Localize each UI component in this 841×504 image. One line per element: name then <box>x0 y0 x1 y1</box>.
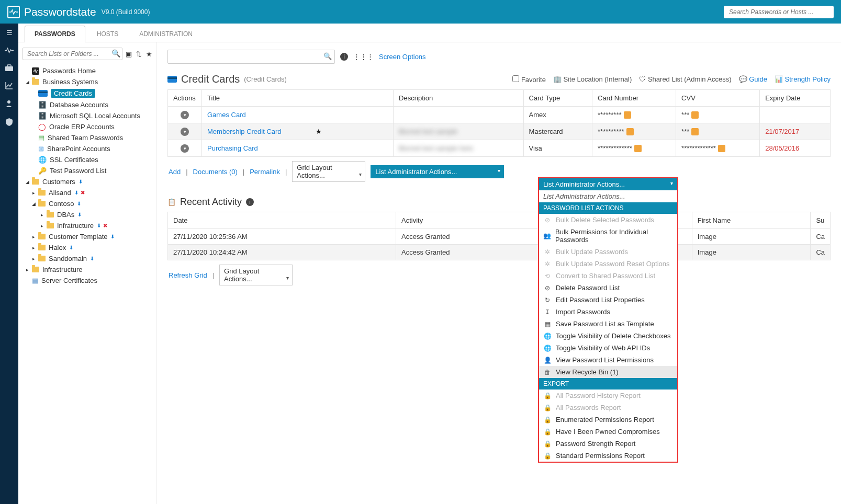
sort-icon[interactable]: ⇅ <box>136 50 142 58</box>
activity-icon[interactable] <box>5 46 14 55</box>
dd-strength-report[interactable]: 🔒Password Strength Report <box>539 438 677 450</box>
caret-right-icon[interactable]: ▸ <box>39 212 44 217</box>
col-actions[interactable]: Actions <box>168 90 202 107</box>
dd-convert-shared[interactable]: ⟲Convert to Shared Password List <box>539 270 677 282</box>
favorite-star-icon[interactable]: ★ <box>146 50 152 58</box>
grid-layout-select[interactable]: Grid Layout Actions... <box>292 161 365 182</box>
col-cvv[interactable]: CVV <box>676 90 760 107</box>
caret-right-icon[interactable]: ▸ <box>25 267 30 272</box>
dd-enumerated-permissions[interactable]: 🔒Enumerated Permissions Report <box>539 414 677 426</box>
dd-toggle-delete-cb[interactable]: 🌐Toggle Visibility of Delete Checkboxes <box>539 330 677 342</box>
toolbox-icon[interactable] <box>5 64 14 72</box>
dd-bulk-update-reset[interactable]: ✲Bulk Update Password Reset Options <box>539 258 677 270</box>
col-description[interactable]: Description <box>394 90 523 107</box>
tree-business-systems[interactable]: ◢Business Systems <box>23 76 152 87</box>
search-icon[interactable]: 🔍 <box>111 49 120 58</box>
col-first-name[interactable]: First Name <box>692 212 811 229</box>
user-icon[interactable] <box>5 99 14 108</box>
dd-delete-list[interactable]: ⊘Delete Password List <box>539 282 677 294</box>
filter-icon[interactable]: ▣ <box>126 50 132 58</box>
dd-edit-properties[interactable]: ↻Edit Password List Properties <box>539 294 677 306</box>
tree-test-pwd-list[interactable]: 🔑Test Password List <box>23 165 152 176</box>
row-actions-icon[interactable]: ▾ <box>181 128 189 136</box>
tab-administration[interactable]: ADMINISTRATION <box>130 26 202 42</box>
tree-passwords-home[interactable]: Passwords Home <box>23 65 152 76</box>
tree-dbas[interactable]: ▸DBAs⬇ <box>23 209 152 220</box>
admin-actions-select[interactable]: List Administrator Actions... <box>371 165 504 178</box>
recent-grid-layout-select[interactable]: Grid Layout Actions... <box>219 265 293 285</box>
dd-bulk-delete[interactable]: ⊘Bulk Delete Selected Passwords <box>539 214 677 226</box>
reveal-icon[interactable] <box>691 128 699 135</box>
star-icon[interactable]: ★ <box>316 128 322 135</box>
tree-infrastructure[interactable]: ▸Infrastructure <box>23 264 152 275</box>
caret-down-icon[interactable]: ◢ <box>31 201 36 207</box>
row-title[interactable]: Purchasing Card <box>207 144 258 152</box>
caret-right-icon[interactable]: ▸ <box>31 234 36 239</box>
dd-view-permissions[interactable]: 👤View Password List Permissions <box>539 354 677 366</box>
documents-link[interactable]: Documents (0) <box>193 168 238 176</box>
global-search-input[interactable] <box>724 6 834 18</box>
chart-icon[interactable] <box>5 81 14 90</box>
add-link[interactable]: Add <box>169 168 181 176</box>
tree-ssl-certs[interactable]: 🌐SSL Certificates <box>23 154 152 165</box>
table-row[interactable]: ▾ Membership Credit Card ★ Blurred text … <box>168 123 831 140</box>
dd-toggle-api-ids[interactable]: 🌐Toggle Visibility of Web API IDs <box>539 342 677 354</box>
info-icon[interactable]: i <box>340 53 348 61</box>
caret-right-icon[interactable]: ▸ <box>31 245 36 250</box>
dd-all-history-report[interactable]: 🔒All Password History Report <box>539 390 677 402</box>
row-actions-icon[interactable]: ▾ <box>181 111 189 119</box>
col-card-type[interactable]: Card Type <box>523 90 592 107</box>
dropdown-selected[interactable]: List Administrator Actions... <box>539 178 677 190</box>
favorite-checkbox[interactable]: Favorite <box>512 75 546 84</box>
search-icon[interactable]: 🔍 <box>323 52 332 60</box>
caret-down-icon[interactable]: ◢ <box>25 179 30 185</box>
tree-credit-cards[interactable]: Credit Cards <box>23 87 152 99</box>
tab-passwords[interactable]: PASSWORDS <box>25 26 85 42</box>
tree-shared-team[interactable]: ▤Shared Team Passwords <box>23 132 152 143</box>
col-expiry[interactable]: Expiry Date <box>760 90 831 107</box>
tree-server-certificates[interactable]: ▦Server Certificates <box>23 275 152 286</box>
shield-icon[interactable] <box>5 118 14 127</box>
grid-icon[interactable]: ⋮⋮⋮ <box>353 53 374 61</box>
tree-infratructure[interactable]: ▸Infratructure⬇✖ <box>23 220 152 231</box>
tree-contoso[interactable]: ◢Contoso⬇ <box>23 198 152 209</box>
table-row[interactable]: 27/11/2020 10:24:42 AM Access Granted ha… <box>168 245 831 260</box>
reveal-icon[interactable] <box>691 111 699 119</box>
dd-hibp[interactable]: 🔒Have I Been Pwned Compromises <box>539 426 677 438</box>
tree-allsand[interactable]: ▸Allsand⬇✖ <box>23 187 152 198</box>
tree-mssql-local[interactable]: 🗄️Microsoft SQL Local Accounts <box>23 110 152 121</box>
dd-standard-permissions[interactable]: 🔒Standard Permissions Report <box>539 450 677 462</box>
tree-oracle-erp[interactable]: ◯Oracle ERP Accounts <box>23 121 152 132</box>
tree-sanddomain[interactable]: ▸Sanddomain⬇ <box>23 253 152 264</box>
tab-hosts[interactable]: HOSTS <box>87 26 128 42</box>
col-card-number[interactable]: Card Number <box>592 90 676 107</box>
tree-customers[interactable]: ◢Customers⬇ <box>23 176 152 187</box>
dd-all-passwords-report[interactable]: 🔒All Passwords Report <box>539 402 677 414</box>
info-icon[interactable]: i <box>246 198 254 206</box>
screen-options-link[interactable]: Screen Options <box>379 53 426 61</box>
tree-customer-template[interactable]: ▸Customer Template⬇ <box>23 231 152 242</box>
dd-view-recycle-bin[interactable]: 🗑View Recycle Bin (1) <box>539 366 677 378</box>
caret-right-icon[interactable]: ▸ <box>31 190 36 196</box>
row-actions-icon[interactable]: ▾ <box>181 144 189 153</box>
col-title[interactable]: Title <box>202 90 394 107</box>
reveal-icon[interactable] <box>718 145 725 152</box>
dd-bulk-update-pwd[interactable]: ✲Bulk Update Passwords <box>539 246 677 258</box>
tree-database-accounts[interactable]: 🗄️Database Accounts <box>23 99 152 110</box>
permalink-link[interactable]: Permalink <box>250 168 280 176</box>
row-title[interactable]: Membership Credit Card <box>207 128 282 135</box>
tree-search-input[interactable] <box>23 48 122 60</box>
dd-import[interactable]: ↧Import Passwords <box>539 306 677 318</box>
tree-sharepoint[interactable]: ⊞SharePoint Accounts <box>23 143 152 154</box>
caret-down-icon[interactable]: ◢ <box>25 79 30 85</box>
col-surname[interactable]: Su <box>811 212 831 229</box>
tree-halox[interactable]: ▸Halox⬇ <box>23 242 152 253</box>
reveal-icon[interactable] <box>624 111 631 119</box>
col-date[interactable]: Date <box>168 212 396 229</box>
reveal-icon[interactable] <box>626 128 634 135</box>
menu-icon[interactable]: ☰ <box>6 29 13 37</box>
strength-policy-link[interactable]: Strength Policy <box>785 75 831 83</box>
col-activity[interactable]: Activity <box>396 212 555 229</box>
guide-link[interactable]: Guide <box>749 75 767 83</box>
refresh-grid-link[interactable]: Refresh Grid <box>169 271 207 279</box>
